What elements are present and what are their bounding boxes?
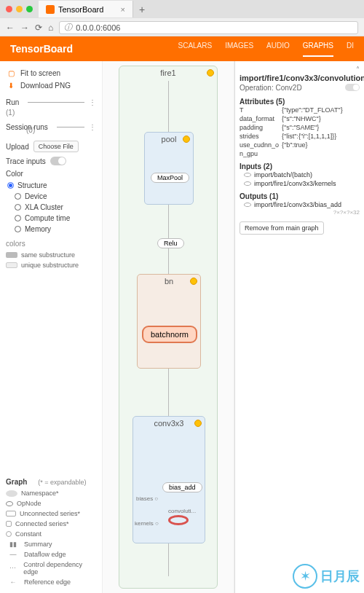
legend-unique: unique substructure bbox=[6, 260, 96, 270]
legend-reference: ←Reference edge bbox=[6, 577, 96, 587]
minimize-window-icon[interactable] bbox=[16, 6, 23, 12]
node-convolution-selected[interactable] bbox=[168, 515, 189, 525]
attr-row: strides{"list":{"i":[1,1,1,1]}} bbox=[240, 132, 360, 141]
nav-bar: ← → ⟳ ⌂ ⓘ 0.0.0.0:6006 bbox=[0, 18, 364, 36]
close-window-icon[interactable] bbox=[6, 6, 12, 12]
trace-toggle[interactable] bbox=[50, 157, 66, 165]
app-header: TensorBoard SCALARS IMAGES AUDIO GRAPHS … bbox=[0, 36, 364, 61]
radio-icon bbox=[15, 204, 21, 211]
run-menu-icon[interactable]: ⋮ bbox=[89, 98, 96, 106]
remove-from-graph-button[interactable]: Remove from main graph bbox=[240, 221, 324, 235]
scope-fire1-title: fire1 bbox=[119, 66, 217, 79]
watermark-icon: ✶ bbox=[293, 564, 317, 589]
graph-canvas[interactable]: fire1 pool MaxPool Relu bn batchnorm con… bbox=[102, 61, 234, 593]
fit-icon: ▢ bbox=[6, 69, 16, 77]
expand-icon[interactable] bbox=[207, 69, 214, 76]
graph-legend-title: Graph bbox=[6, 478, 27, 486]
node-biases[interactable]: biases ○ bbox=[136, 495, 158, 502]
address-bar[interactable]: ⓘ 0.0.0.0:6006 bbox=[59, 21, 358, 34]
tab-favicon bbox=[46, 5, 55, 14]
color-memory[interactable]: Memory bbox=[6, 224, 96, 235]
choose-file-button[interactable]: Choose File bbox=[33, 141, 79, 152]
forward-button[interactable]: → bbox=[20, 23, 29, 33]
close-tab-icon[interactable]: × bbox=[121, 5, 125, 14]
expand-icon[interactable] bbox=[190, 278, 197, 285]
fit-to-screen-button[interactable]: ▢ Fit to screen bbox=[6, 67, 96, 79]
radio-icon bbox=[15, 226, 21, 232]
scope-fire1[interactable]: fire1 pool MaxPool Relu bn batchnorm con… bbox=[119, 66, 218, 589]
node-batchnorm[interactable]: batchnorm bbox=[142, 326, 197, 343]
download-label: Download PNG bbox=[20, 82, 71, 90]
scope-bn[interactable]: bn batchnorm bbox=[137, 274, 201, 369]
tab-graphs[interactable]: GRAPHS bbox=[303, 42, 333, 57]
tab-scalars[interactable]: SCALARS bbox=[178, 42, 213, 57]
run-selector[interactable] bbox=[28, 102, 84, 103]
header-tabs: SCALARS IMAGES AUDIO GRAPHS DI bbox=[178, 42, 355, 57]
node-icon bbox=[244, 173, 251, 177]
attr-row: n_gpu bbox=[240, 149, 360, 158]
upload-label: Upload bbox=[6, 143, 29, 151]
node-icon bbox=[244, 203, 251, 207]
trace-label: Trace inputs bbox=[6, 157, 46, 165]
tab-title: TensorBoard bbox=[58, 5, 103, 14]
radio-icon bbox=[15, 215, 21, 221]
expand-icon[interactable] bbox=[194, 420, 202, 427]
legend-constant: Constant bbox=[6, 529, 96, 539]
outputs-label: Outputs (1) bbox=[240, 192, 360, 200]
url-text: 0.0.0.0:6006 bbox=[76, 23, 120, 32]
window-controls[interactable] bbox=[0, 6, 39, 12]
scope-pool[interactable]: pool MaxPool bbox=[144, 132, 194, 205]
download-icon: ⬇ bbox=[6, 82, 16, 90]
watermark-text: 日月辰 bbox=[320, 568, 360, 585]
attr-row: T{"type":"DT_FLOAT"} bbox=[240, 106, 360, 114]
color-compute[interactable]: Compute time bbox=[6, 213, 96, 224]
node-bias-add[interactable]: bias_add bbox=[162, 482, 202, 492]
attr-row: data_format{"s":"NHWC"} bbox=[240, 114, 360, 123]
legend-unconnected: Unconnected series* bbox=[6, 508, 96, 519]
main-content: ▢ Fit to screen ⬇ Download PNG Run ⋮ (1)… bbox=[0, 61, 364, 593]
output-dim: ?×?×?×32 bbox=[240, 209, 360, 216]
node-maxpool[interactable]: MaxPool bbox=[151, 173, 189, 183]
color-xla[interactable]: XLA Cluster bbox=[6, 202, 96, 213]
node-kernels[interactable]: kernels ○ bbox=[135, 520, 159, 527]
expand-icon[interactable] bbox=[183, 136, 190, 143]
download-png-button[interactable]: ⬇ Download PNG bbox=[6, 79, 96, 92]
legend-opnode: OpNode bbox=[6, 498, 96, 508]
attr-row: use_cudnn_o{"b":true} bbox=[240, 141, 360, 149]
color-device[interactable]: Device bbox=[6, 191, 96, 202]
info-title: import/fire1/conv3x3/convolution bbox=[240, 66, 360, 82]
input-row[interactable]: import/fire1/conv3x3/kernels bbox=[240, 179, 360, 188]
collapse-icon[interactable]: ˄ bbox=[356, 66, 360, 74]
info-icon[interactable]: ⓘ bbox=[64, 22, 72, 33]
info-toggle[interactable] bbox=[345, 84, 360, 91]
logo: TensorBoard bbox=[10, 43, 73, 55]
run-label: Run bbox=[6, 98, 19, 106]
colors-label: colors bbox=[6, 240, 25, 248]
legend-namespace: Namespace* bbox=[6, 488, 96, 498]
tab-bar: TensorBoard × + bbox=[0, 0, 364, 18]
tab-images[interactable]: IMAGES bbox=[225, 42, 253, 57]
maximize-window-icon[interactable] bbox=[26, 6, 33, 12]
session-menu-icon[interactable]: ⋮ bbox=[89, 123, 96, 131]
operation-value: Conv2D bbox=[275, 84, 301, 92]
radio-icon bbox=[15, 193, 21, 200]
browser-chrome: TensorBoard × + ← → ⟳ ⌂ ⓘ 0.0.0.0:6006 bbox=[0, 0, 364, 36]
browser-tab[interactable]: TensorBoard × bbox=[39, 1, 133, 17]
back-button[interactable]: ← bbox=[6, 23, 15, 33]
scope-conv3x3[interactable]: conv3x3 bias_add biases ○ convoluti... k… bbox=[132, 416, 205, 543]
reload-button[interactable]: ⟳ bbox=[35, 23, 42, 33]
input-row[interactable]: import/batch/(batch) bbox=[240, 170, 360, 179]
new-tab-button[interactable]: + bbox=[133, 4, 151, 15]
attributes-label: Attributes (5) bbox=[240, 98, 360, 106]
tab-audio[interactable]: AUDIO bbox=[266, 42, 290, 57]
output-row[interactable]: import/fire1/conv3x3/bias_add bbox=[240, 200, 360, 209]
session-selector[interactable] bbox=[57, 127, 84, 127]
color-structure[interactable]: Structure bbox=[6, 180, 96, 191]
home-button[interactable]: ⌂ bbox=[48, 23, 53, 33]
fit-label: Fit to screen bbox=[20, 69, 60, 77]
legend-summary: ▮▮Summary bbox=[6, 539, 96, 549]
radio-icon bbox=[7, 182, 14, 189]
legend-control: ⋯Control dependency edge bbox=[6, 559, 96, 577]
node-relu[interactable]: Relu bbox=[157, 238, 184, 248]
tab-distributions[interactable]: DI bbox=[347, 42, 354, 57]
